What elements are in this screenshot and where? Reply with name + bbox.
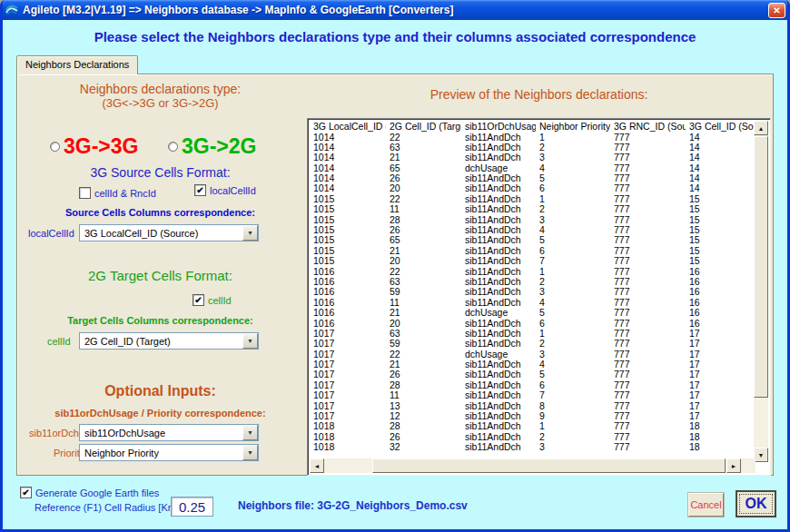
target-column-dropdown[interactable]: 2G Cell_ID (Target) ▼ (79, 332, 259, 350)
sib11ordch-dropdown[interactable]: sib11OrDchUsage ▼ (79, 424, 259, 441)
table-cell: 1017 (310, 401, 386, 411)
table-cell: 777 (610, 411, 686, 421)
table-row[interactable]: 101721sib11AndDch477717 (310, 360, 755, 369)
table-cell: sib11AndDch (461, 287, 536, 297)
checkbox-cellid-rncid-label: cellId & RncId (94, 188, 156, 199)
table-cell: 4 (536, 360, 610, 369)
scroll-down-icon[interactable]: ▼ (754, 448, 768, 462)
table-cell: sib11AndDch (461, 421, 536, 431)
tab-neighbors-declarations[interactable]: Neighbors Declarations (16, 55, 138, 74)
table-row[interactable]: 101828sib11AndDch177718 (310, 421, 755, 431)
checkbox-cellid-rncid[interactable]: ✔ cellId & RncId (79, 187, 156, 199)
table-row[interactable]: 101728sib11AndDch677717 (310, 380, 755, 390)
table-row[interactable]: 101420sib11AndDch677714 (310, 183, 755, 193)
table-row[interactable]: 101759sib11AndDch277717 (310, 339, 755, 349)
table-cell: 6 (536, 319, 610, 329)
table-cell: sib11AndDch (461, 183, 536, 193)
table-row[interactable]: 101622sib11AndDch177716 (310, 267, 755, 277)
table-cell: 1015 (310, 215, 386, 225)
table-cell: 21 (386, 360, 461, 369)
table-row[interactable]: 101611sib11AndDch477716 (310, 298, 755, 308)
table-cell: 1 (536, 194, 610, 204)
table-row[interactable]: 101422sib11AndDch177714 (310, 133, 755, 143)
table-cell: 22 (386, 350, 461, 360)
table-row[interactable]: 101421sib11AndDch377714 (310, 153, 755, 163)
table-row[interactable]: 101621dchUsage577716 (310, 308, 755, 318)
table-row[interactable]: 101722dchUsage377717 (310, 350, 755, 360)
table-cell: 18 (686, 442, 755, 452)
table-cell: 777 (610, 267, 686, 277)
page-title: Please select the Neighbors declarations… (3, 29, 787, 44)
table-row[interactable]: 101521sib11AndDch677715 (310, 246, 755, 256)
priority-dropdown[interactable]: Neighbor Priority ▼ (79, 444, 259, 461)
declaration-type-radio-group: 3G->3G 3G->2G (17, 131, 303, 156)
table-cell: 777 (610, 183, 686, 193)
table-cell: sib11AndDch (461, 442, 536, 452)
source-column-dropdown[interactable]: 3G LocalCell_ID (Source) ▼ (79, 224, 259, 241)
checkbox-generate-google-earth[interactable]: ✔ Generate Google Earth files (20, 487, 159, 498)
table-row[interactable]: 101426sib11AndDch577714 (310, 173, 755, 183)
radio-3g-2g[interactable]: 3G->2G (168, 134, 256, 159)
table-cell: 18 (686, 432, 755, 442)
table-header-row: 3G LocalCell_ID (S2G Cell_ID (Targesib11… (310, 121, 755, 133)
scroll-right-icon[interactable]: ► (726, 458, 741, 473)
checkbox-cellid[interactable]: ✔ cellId (193, 294, 232, 306)
table-cell: 1014 (310, 143, 386, 153)
vertical-scrollbar-thumb[interactable] (754, 136, 768, 398)
table-row[interactable]: 101522sib11AndDch177715 (310, 194, 755, 204)
table-row[interactable]: 101726sib11AndDch577717 (310, 369, 755, 379)
table-row[interactable]: 101659sib11AndDch377716 (310, 287, 755, 297)
table-cell: sib11AndDch (461, 401, 536, 411)
table-cell: 9 (536, 411, 610, 421)
checkbox-localcellid[interactable]: ✔ localCellId (194, 184, 256, 196)
radio-circle-icon (50, 142, 60, 152)
table-row[interactable]: 101511sib11AndDch277715 (310, 204, 755, 214)
table-cell: 1017 (310, 329, 386, 339)
scroll-up-icon[interactable]: ▲ (754, 121, 768, 135)
optional-inputs-title: Optional Inputs: (17, 383, 303, 399)
table-cell: 777 (610, 442, 686, 452)
table-cell: 1017 (310, 350, 386, 360)
table-header-cell: 3G LocalCell_ID (S (310, 121, 386, 133)
table-row[interactable]: 101465dchUsage477714 (310, 163, 755, 173)
table-row[interactable]: 101526sib11AndDch477715 (310, 225, 755, 235)
ok-button[interactable]: OK (736, 490, 776, 517)
close-button[interactable]: ✕ (768, 3, 785, 18)
horizontal-scrollbar-thumb[interactable] (372, 458, 726, 473)
table-row[interactable]: 101832sib11AndDch377718 (310, 442, 755, 452)
table-cell: sib11AndDch (461, 411, 536, 421)
chevron-down-icon[interactable]: ▼ (242, 425, 258, 440)
chevron-down-icon[interactable]: ▼ (242, 445, 258, 460)
table-row[interactable]: 101712sib11AndDch977717 (310, 411, 755, 421)
table-cell: sib11AndDch (461, 194, 536, 204)
table-cell: 1016 (310, 298, 386, 308)
horizontal-scrollbar[interactable]: ◄ ► (310, 458, 755, 473)
table-row[interactable]: 101711sib11AndDch777717 (310, 390, 755, 400)
table-cell: 16 (686, 267, 755, 277)
table-cell: dchUsage (461, 350, 536, 360)
cancel-button[interactable]: Cancel (688, 493, 724, 517)
scroll-left-icon[interactable]: ◄ (310, 458, 324, 473)
table-row[interactable]: 101463sib11AndDch277714 (310, 143, 755, 153)
table-row[interactable]: 101663sib11AndDch277716 (310, 277, 755, 287)
table-cell: 1015 (310, 246, 386, 256)
table-row[interactable]: 101620sib11AndDch677716 (310, 319, 755, 329)
chevron-down-icon[interactable]: ▼ (242, 225, 258, 241)
table-cell: sib11AndDch (461, 329, 536, 339)
cell-radius-input[interactable]: 0.25 (171, 497, 213, 517)
table-row[interactable]: 101528sib11AndDch377715 (310, 215, 755, 225)
table-row[interactable]: 101763sib11AndDch177717 (310, 329, 755, 339)
source-cells-format-title: 3G Source Cells Format: (17, 165, 303, 180)
table-cell: 777 (610, 277, 686, 287)
table-cell: 1016 (310, 287, 386, 297)
vertical-scrollbar[interactable]: ▲ ▼ (754, 121, 768, 462)
table-row[interactable]: 101520sib11AndDch777715 (310, 256, 755, 266)
radio-3g-3g[interactable]: 3G->3G (50, 134, 138, 159)
table-row[interactable]: 101826sib11AndDch277718 (310, 432, 755, 442)
table-cell: 22 (386, 267, 461, 277)
table-row[interactable]: 101565sib11AndDch577715 (310, 235, 755, 245)
cancel-button-label: Cancel (690, 499, 721, 510)
table-row[interactable]: 101713sib11AndDch877717 (310, 401, 755, 411)
check-icon: ✔ (196, 186, 203, 195)
chevron-down-icon[interactable]: ▼ (242, 333, 258, 349)
